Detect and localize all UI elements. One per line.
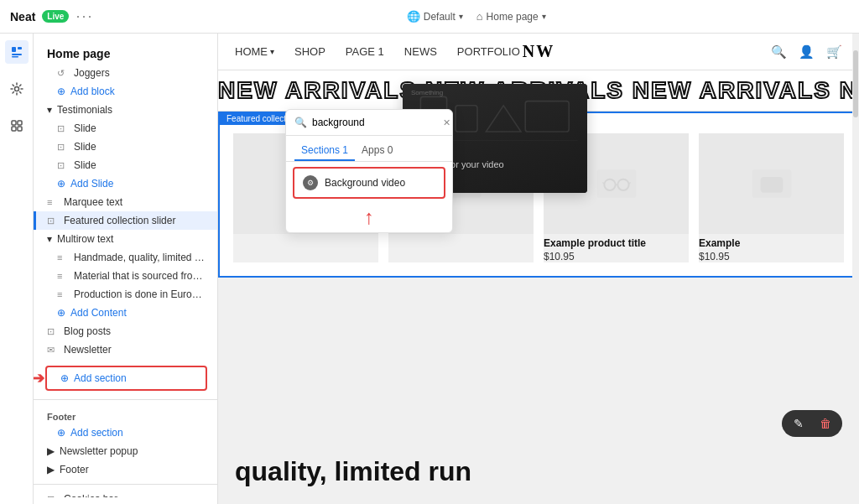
product-img-4 [699,133,844,234]
sidebar: Home page ↺ Joggers ⊕ Add block ▾ Testim… [34,34,218,504]
sidebar-divider [34,399,217,400]
preview-nav-icons: 🔍 👤 🛒 [771,44,842,60]
sidebar-item-multirow[interactable]: ▾ Multirow text [34,230,217,248]
sidebar-add-block-1[interactable]: ⊕ Add block [34,82,217,101]
sidebar-item-multirow-1[interactable]: ≡ Handmade, quality, limited ru... [34,248,217,267]
homepage-selector[interactable]: ⌂ Home page ▾ [476,10,546,23]
add-section-button[interactable]: ⊕ Add section [45,366,207,391]
sidebar-item-joggers[interactable]: ↺ Joggers [34,64,217,82]
svg-rect-6 [18,121,22,125]
edit-section-button[interactable]: ✎ [789,413,809,434]
sidebar-item-slide-3[interactable]: ⊡ Slide [34,156,217,174]
tab-sections[interactable]: Sections 1 [294,141,355,161]
nav-settings-icon[interactable] [5,77,29,101]
svg-rect-22 [525,101,569,132]
product-price-4: $10.95 [699,251,844,262]
topbar-center: 🌐 Default ▾ ⌂ Home page ▾ [103,10,849,23]
sidebar-item-slide-1[interactable]: ⊡ Slide [34,119,217,138]
sidebar-item-multirow-2[interactable]: ≡ Material that is sourced from ... [34,267,217,285]
topbar-dots[interactable]: ··· [75,8,93,25]
text-icon-1: ≡ [57,252,69,262]
nav-news[interactable]: NEWS [404,42,437,61]
svg-rect-1 [18,47,22,49]
home-chevron-icon: ▾ [270,47,274,56]
default-selector[interactable]: 🌐 Default ▾ [407,10,463,23]
search-dropdown: 🔍 ✕ Sections 1 Apps 0 ⚙ Backgr [285,109,453,233]
search-result-background-video[interactable]: ⚙ Background video [293,167,445,199]
canvas-scrollbar[interactable] [852,34,859,504]
homepage-label: Home page [487,11,539,23]
sidebar-divider-2 [34,484,217,485]
sidebar-add-slide[interactable]: ⊕ Add Slide [34,174,217,193]
tab-apps[interactable]: Apps 0 [355,141,399,161]
text-icon-2: ≡ [57,271,69,281]
nav-portfolio[interactable]: PORTFOLIO [457,42,520,61]
main-layout: Home page ↺ Joggers ⊕ Add block ▾ Testim… [0,34,859,504]
svg-rect-3 [12,56,18,58]
search-input[interactable] [312,117,438,128]
nav-apps-icon[interactable] [5,114,29,138]
delete-section-button[interactable]: 🗑 [815,413,836,434]
scroll-thumb [853,50,858,117]
sidebar-item-slide-2[interactable]: ⊡ Slide [34,138,217,156]
home-icon: ⌂ [476,10,483,23]
bottom-actions: ✎ 🗑 [782,410,842,437]
svg-rect-7 [12,127,16,131]
svg-rect-19 [760,177,783,193]
plus-icon: ⊕ [57,86,65,97]
plus-icon-5: ⊕ [57,427,65,439]
svg-rect-21 [456,106,477,132]
chevron-right-icon: ▶ [47,445,55,457]
svg-rect-2 [12,54,22,55]
sidebar-item-newsletter[interactable]: ✉ Newsletter [34,340,217,359]
nav-home[interactable]: HOME ▾ [235,42,274,61]
product-card-4: Example $10.95 [699,133,844,262]
default-chevron: ▾ [459,12,463,21]
sidebar-item-cookies-bar[interactable]: ⊡ Cookies bar [34,490,217,497]
chevron-down-icon-2: ▾ [47,233,52,245]
svg-rect-8 [18,127,22,131]
nav-page1[interactable]: PAGE 1 [346,42,384,61]
svg-rect-5 [12,121,16,125]
sidebar-title: Home page [34,40,217,64]
search-tabs: Sections 1 Apps 0 [286,136,452,162]
collection-icon: ⊡ [47,216,59,226]
red-arrow-container: ↑ [286,204,452,232]
cart-icon[interactable]: 🛒 [826,44,842,60]
slide-icon-1: ⊡ [57,123,69,134]
result-icon: ⚙ [303,175,318,190]
sidebar-item-blog-posts[interactable]: ⊡ Blog posts [34,322,217,340]
sidebar-footer-add-section[interactable]: ⊕ Add section [34,423,217,442]
newsletter-icon: ✉ [47,345,59,356]
icon-nav [0,34,34,504]
nav-shop[interactable]: SHOP [294,42,325,61]
footer-section-label: Footer [34,405,217,423]
plus-icon-3: ⊕ [57,307,65,319]
video-watermark: Something [411,89,443,96]
account-icon[interactable]: 👤 [799,44,815,60]
marquee-icon: ≡ [47,197,59,207]
result-label: Background video [325,177,405,189]
preview-logo: NW [523,42,554,61]
product-title-3: Example product title [544,234,689,251]
globe-icon: 🌐 [407,10,420,23]
sidebar-item-marquee[interactable]: ≡ Marquee text [34,193,217,211]
sidebar-item-footer[interactable]: ▶ Footer [34,460,217,479]
sidebar-item-featured-collection[interactable]: ⊡ Featured collection slider [34,211,217,230]
text-icon-3: ≡ [57,289,69,299]
sidebar-add-content[interactable]: ⊕ Add Content [34,304,217,322]
red-up-arrow: ↑ [364,207,374,227]
red-arrow-left: ➔ [34,369,44,387]
preview-nav: HOME ▾ SHOP PAGE 1 NEWS PORTFOLIO NW 🔍 👤… [218,34,859,70]
sidebar-item-newsletter-popup[interactable]: ▶ Newsletter popup [34,442,217,460]
brand-name: Neat [10,10,35,23]
clear-search-icon[interactable]: ✕ [443,117,450,128]
bottom-quality-text: quality, limited run [235,456,471,487]
sidebar-item-testimonials[interactable]: ▾ Testimonials [34,101,217,119]
sidebar-item-multirow-3[interactable]: ≡ Production is done in Europe ... [34,285,217,304]
chevron-right-icon-2: ▶ [47,464,55,475]
product-title-4: Example [699,234,844,251]
search-input-row: 🔍 ✕ [286,110,452,136]
nav-pages-icon[interactable] [5,40,29,64]
search-nav-icon[interactable]: 🔍 [771,44,787,60]
